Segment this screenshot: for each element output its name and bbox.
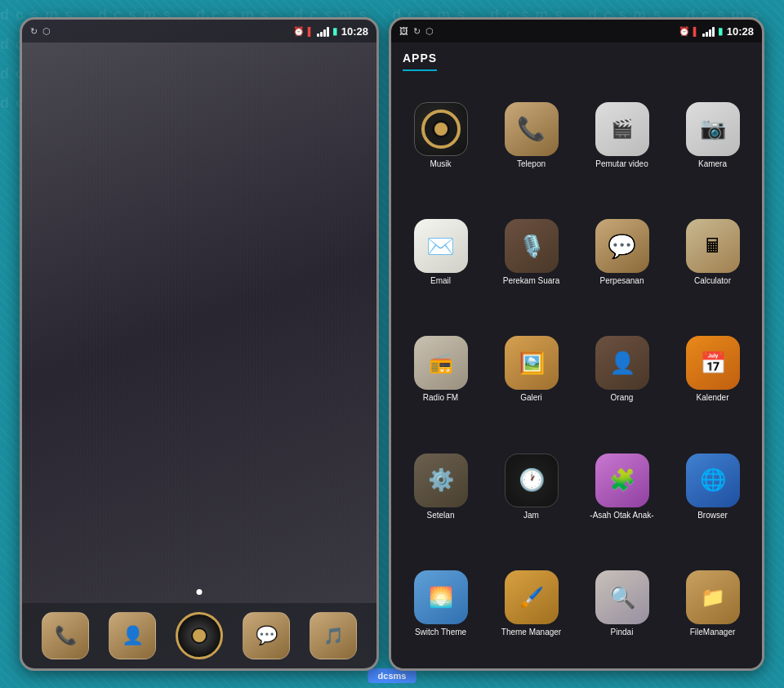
app-browser[interactable]: 🌐 Browser: [670, 431, 755, 543]
apps-grid: Musik 📞 Telepon 🎬 Pemutar video: [391, 71, 762, 668]
app-file[interactable]: 📁 FileManager: [670, 548, 755, 660]
home-wallpaper: [22, 42, 376, 603]
left-status-bar: ↻ ⬡ ⏰ ▌ ▮ 10:28: [22, 20, 376, 42]
bbm-icon: ⬡: [42, 26, 51, 37]
app-kamera[interactable]: 📷 Kamera: [670, 79, 755, 191]
kalender-icon: 📅: [686, 336, 740, 390]
sync-icon-r: ↻: [413, 26, 421, 37]
app-jam[interactable]: 🕐 Jam: [488, 431, 574, 543]
browser-icon: 🌐: [686, 453, 740, 507]
network-icon-r: ▌: [693, 27, 699, 36]
telepon-icon: 📞: [505, 102, 559, 156]
dock-messages-icon[interactable]: 💬: [243, 612, 290, 659]
app-galeri[interactable]: 🖼️ Galeri: [488, 314, 574, 426]
video-label: Pemutar video: [595, 159, 648, 169]
jam-label: Jam: [523, 511, 539, 520]
app-musik[interactable]: Musik: [398, 79, 483, 191]
alarm-icon-r: ⏰: [679, 26, 690, 37]
file-manager-icon: 📁: [686, 570, 740, 624]
orang-label: Orang: [611, 393, 634, 403]
app-pindai[interactable]: 🔍 Pindai: [579, 548, 665, 660]
battery-icon: ▮: [332, 25, 338, 37]
theme-manager-label: Theme Manager: [501, 628, 561, 637]
orang-icon: 👤: [595, 336, 649, 390]
battery-icon-r: ▮: [718, 25, 724, 37]
apps-header: APPS: [391, 42, 762, 71]
page-indicator: [197, 589, 203, 595]
app-orang[interactable]: 👤 Orang: [579, 314, 665, 426]
kamera-icon: 📷: [686, 102, 740, 156]
signal-bars-r: [702, 25, 715, 37]
musik-label: Musik: [430, 159, 451, 169]
signal-bars: [317, 25, 329, 37]
kamera-label: Kamera: [698, 159, 727, 169]
pindai-label: Pindai: [611, 628, 634, 637]
image-icon: 🖼: [399, 26, 408, 36]
right-phone: 🖼 ↻ ⬡ ⏰ ▌ ▮ 10:28 APPS: [389, 17, 764, 671]
asah-icon: 🧩: [595, 453, 649, 507]
app-perekam[interactable]: 🎙️ Perekam Suara: [488, 196, 574, 308]
app-setelan[interactable]: ⚙️ Setelan: [398, 431, 483, 543]
left-time: 10:28: [341, 25, 368, 38]
email-label: Email: [430, 276, 451, 286]
app-pesan[interactable]: 💬 Perpesanan: [579, 196, 665, 308]
app-email[interactable]: ✉️ Email: [398, 196, 483, 308]
galeri-label: Galeri: [520, 393, 542, 403]
app-asah[interactable]: 🧩 -Asah Otak Anak-: [579, 431, 665, 543]
pindai-icon: 🔍: [595, 570, 649, 624]
sync-icon: ↻: [30, 26, 38, 37]
app-dock: 📞 👤 💬 🎵: [22, 603, 376, 668]
app-radio[interactable]: 📻 Radio FM: [398, 314, 483, 426]
video-icon: 🎬: [595, 102, 649, 156]
radio-icon: 📻: [414, 336, 468, 390]
bbm-icon-r: ⬡: [425, 26, 434, 37]
dock-phone-icon[interactable]: 📞: [42, 612, 89, 659]
switch-theme-label: Switch Theme: [415, 628, 466, 637]
file-label: FileManager: [690, 628, 736, 637]
browser-label: Browser: [697, 511, 728, 520]
pesan-icon: 💬: [595, 219, 649, 273]
alarm-icon: ⏰: [293, 26, 305, 37]
musik-icon: [414, 102, 468, 156]
network-icon: ▌: [308, 27, 314, 36]
app-video[interactable]: 🎬 Pemutar video: [579, 79, 665, 191]
calc-label: Calculator: [694, 276, 731, 286]
theme-manager-icon: 🖌️: [505, 570, 559, 624]
app-theme-manager[interactable]: 🖌️ Theme Manager: [488, 548, 574, 660]
app-telepon[interactable]: 📞 Telepon: [488, 79, 574, 191]
asah-label: -Asah Otak Anak-: [590, 511, 653, 520]
perekam-label: Perekam Suara: [503, 276, 559, 286]
right-status-bar: 🖼 ↻ ⬡ ⏰ ▌ ▮ 10:28: [391, 20, 762, 42]
calc-icon: 🖩: [686, 219, 740, 273]
app-kalender[interactable]: 📅 Kalender: [670, 314, 755, 426]
dock-contacts-icon[interactable]: 👤: [109, 612, 156, 659]
perekam-icon: 🎙️: [505, 219, 559, 273]
switch-theme-icon: 🌅: [414, 570, 468, 624]
telepon-label: Telepon: [517, 159, 546, 169]
app-calc[interactable]: 🖩 Calculator: [670, 196, 755, 308]
pesan-label: Perpesanan: [600, 276, 644, 286]
galeri-icon: 🖼️: [505, 336, 559, 390]
kalender-label: Kalender: [696, 393, 728, 403]
dock-music-icon[interactable]: [176, 612, 223, 659]
left-phone: ↻ ⬡ ⏰ ▌ ▮ 10:28: [20, 17, 379, 671]
setelan-icon: ⚙️: [414, 453, 468, 507]
right-time: 10:28: [727, 25, 754, 38]
email-icon: ✉️: [414, 219, 468, 273]
jam-icon: 🕐: [505, 453, 559, 507]
radio-label: Radio FM: [423, 393, 458, 403]
app-switch-theme[interactable]: 🌅 Switch Theme: [398, 548, 483, 660]
setelan-label: Setelan: [427, 511, 455, 520]
dock-vinyl-icon[interactable]: 🎵: [310, 612, 357, 659]
apps-title: APPS: [403, 51, 437, 71]
